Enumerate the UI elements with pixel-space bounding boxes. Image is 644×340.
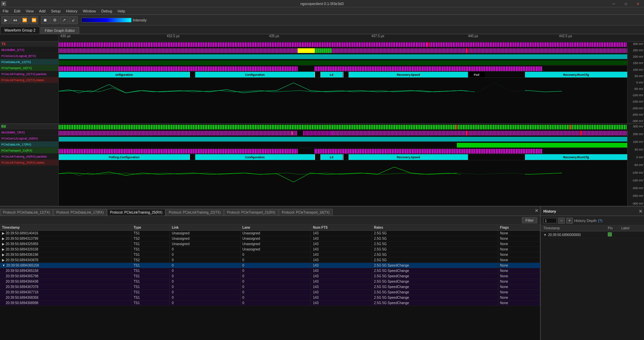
rx-waves[interactable]: Polling.Configuration Configuration L0 R… [59,124,627,206]
menu-debug[interactable]: Debug [99,8,115,14]
close-button[interactable]: ✕ [632,0,644,7]
cell-link: 0 [170,284,240,290]
menu-file[interactable]: File [0,8,11,14]
cell-flags: None [498,236,540,241]
label-gen12-rx: PCIeGen12Logical_15(RX) [0,135,58,141]
col-type: Type [131,225,170,231]
tx-state-recovery-rcvr: Recovery.RcvrCfg [525,72,627,77]
proto-tab-linktraining-rx[interactable]: Protocol: PCIeLinkTraining_25(RX) [107,209,165,216]
history-remove-button[interactable]: − [558,218,565,224]
cell-lane: Unassigned [240,236,311,241]
history-depth-label: History Depth [574,219,597,223]
filter-button[interactable]: Filter [522,217,537,223]
play-button[interactable]: ▶ [1,16,10,24]
table-row[interactable]: ▶ 20:39:50.6894343878 TS2 0 0 143 2.5G 5… [0,258,540,263]
table-row[interactable]: ▶ 20:39:50.6890140416 TS1 Unassigned Una… [0,231,540,236]
history-depth-help[interactable]: (?) [598,219,602,223]
rx-state-l0: L0 [320,154,343,160]
history-pin-checkbox[interactable] [608,232,612,236]
menu-add[interactable]: Add [36,8,48,14]
proto-tab-transport-rx[interactable]: Protocol: PCIeTransport_21(RX) [224,209,278,216]
table-row[interactable]: ▶ 20:39:50.6894313799 TS2 Unassigned Una… [0,236,540,241]
cell-link: Unassigned [170,236,240,241]
menu-help[interactable]: Help [115,8,128,14]
import-button[interactable]: ↙ [69,16,78,24]
table-row[interactable]: 20:39:50.6894367078 TS1 0 0 143 2.5G 5G … [0,284,540,290]
history-depth-input[interactable] [543,218,557,223]
cell-type: TS1 [131,231,170,236]
cell-timestamp: 20:39:50.6894365158 [0,268,131,274]
cell-link: 0 [170,263,240,268]
proto-tab-datalink-rx[interactable]: Protocol: PCIeDataLink_17(RX) [53,209,107,216]
export-button[interactable]: ↗ [60,16,68,24]
history-add-button[interactable]: + [566,218,573,224]
label-training-state-tx: PCIeLinkTraining_22(TX).states [0,77,58,83]
history-entry-pin [608,232,621,237]
step-back-button[interactable]: ⏪ [20,16,29,24]
cell-flags: None [498,284,540,290]
cell-lane: 0 [240,252,311,258]
proto-tab-transport-tx[interactable]: Protocol: PCIeTransport_18(TX) [279,209,333,216]
table-row[interactable]: 20:39:50.6894365158 TS1 0 0 143 2.5G 5G … [0,268,540,274]
rx-header-label: RX [0,124,58,129]
maximize-button[interactable]: □ [620,0,632,7]
tx-state-recovery-speed: Recovery.Speed [348,72,468,77]
protocol-close-button[interactable]: ✕ [535,208,539,213]
cell-lane: 0 [240,279,311,284]
time-mark-4: 437.5 µs [371,34,384,38]
table-row[interactable]: 20:39:50.6894368998 TS1 0 0 143 2.5G 5G … [0,300,540,306]
cell-rates: 2.5G 5G [372,258,498,263]
table-row[interactable]: ▼ 20:39:50.6894365158 TS1 0 0 143 2.5G 5… [0,263,540,268]
tab-waveform-group[interactable]: Waveform Group 2 [0,26,40,34]
proto-tab-linktraining-tx[interactable]: Protocol: PCIeLinkTraining_22(TX) [166,209,224,216]
cell-type: TS1 [131,274,170,279]
table-row[interactable]: 20:39:50.6894367718 TS1 0 0 143 2.5G 5G … [0,290,540,295]
table-row[interactable]: 20:39:50.6894366438 TS1 0 0 143 2.5G 5G … [0,279,540,284]
menu-history[interactable]: History [63,8,80,14]
tab-filter-graph[interactable]: Filter Graph Editor [41,27,79,34]
menu-edit[interactable]: Edit [11,8,23,14]
history-entry-0[interactable]: ▼ 20:39:50.6890000000 [541,231,644,238]
cell-type: TS1 [131,279,170,284]
cell-lane: Unassigned [240,241,311,247]
table-row[interactable]: ▶ 20:39:50.6894325959 TS1 Unassigned Una… [0,241,540,247]
skip-back-button[interactable]: ⏮ [11,16,19,24]
table-row[interactable]: 20:39:50.6894368358 TS1 0 0 143 2.5G 5G … [0,295,540,300]
table-row[interactable]: ▶ 20:39:50.6894329158 TS1 0 Unassigned 1… [0,247,540,252]
cell-link: 0 [170,268,240,274]
table-row[interactable]: ▶ 20:39:50.6894336198 TS1 0 0 143 2.5G 5… [0,252,540,258]
history-close-button[interactable]: ✕ [639,209,643,214]
step-forward-button[interactable]: ⏩ [30,16,38,24]
label-datalink-tx: PCIeDataLink_12(TX) [0,59,58,65]
intensity-control: Intensity [81,18,147,22]
cell-rates: 2.5G 5G SpeedChange [372,274,498,279]
cell-lane: Unassigned [240,247,311,252]
label-training-state-rx: PCIeLinkTraining_25(RX).states [0,160,58,166]
protocol-panel: Protocol: PCIeDataLink_12(TX) Protocol: … [0,207,540,340]
cell-num-fts: 143 [311,258,372,263]
intensity-slider[interactable] [81,18,131,22]
table-row[interactable]: 20:39:50.6894365798 TS1 0 0 143 2.5G 5G … [0,274,540,279]
cell-flags: None [498,290,540,295]
cell-link: Unassigned [170,231,240,236]
cell-rates: 2.5G 5G SpeedChange [372,290,498,295]
stop-button[interactable]: ⏹ [41,16,50,24]
cell-num-fts: 143 [311,241,372,247]
hist-col-pin: Pin [608,226,621,230]
cell-lane: 0 [240,268,311,274]
minimize-button[interactable]: ─ [608,0,620,7]
tx-state-config2: Configuration [195,72,315,77]
proto-tab-datalink-tx[interactable]: Protocol: PCIeDataLink_12(TX) [0,209,53,216]
settings-button[interactable]: ⚙ [50,16,59,24]
protocol-table[interactable]: Timestamp Type Link Lane Num FTS Rates F… [0,225,540,340]
cell-type: TS1 [131,252,170,258]
tx-analog-spacer [0,83,58,110]
label-8b10b-tx: 8b10bIBM_2(TX) [0,47,58,53]
tx-voltage-scale: 300 mV 250 mV 200 mV 150 mV 100 mV 50 mV… [627,42,644,123]
menu-setup[interactable]: Setup [48,8,63,14]
cell-type: TS2 [131,258,170,263]
intensity-label: Intensity [133,18,147,22]
menu-window[interactable]: Window [80,8,99,14]
menu-view[interactable]: View [23,8,37,14]
tx-waves[interactable]: onfiguration Configuration L0 Recovery.S… [59,42,627,123]
